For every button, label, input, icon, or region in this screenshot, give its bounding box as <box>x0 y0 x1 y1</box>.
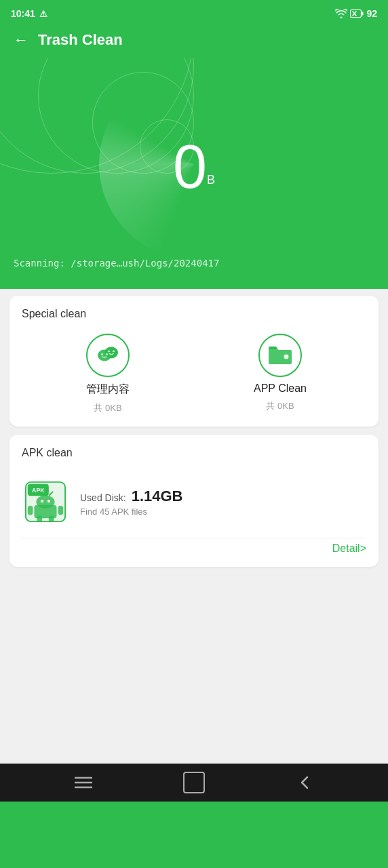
scan-size-unit: B <box>207 173 215 186</box>
app-clean-item-size: 共 0KB <box>266 400 294 412</box>
svg-point-16 <box>36 495 54 508</box>
apk-divider <box>22 538 366 538</box>
special-clean-items: 管理内容 共 0KB APP Clean 共 0KB <box>22 334 366 414</box>
bottom-nav <box>0 764 388 802</box>
status-left: 10:41 ⚠ <box>11 8 47 19</box>
svg-rect-1 <box>362 12 364 16</box>
svg-point-9 <box>106 353 108 355</box>
apk-disk-size: 1.14GB <box>132 488 183 505</box>
battery-x-icon <box>350 9 364 18</box>
radar-scan-area: 0B Scanning: /storage…ush/Logs/20240417 <box>0 58 388 289</box>
apk-info: Used Disk: 1.14GB Find 45 APK files <box>80 488 183 517</box>
special-clean-card: Special clean <box>9 296 379 427</box>
home-nav-button[interactable] <box>183 772 205 793</box>
app-header: ← Trash Clean <box>0 24 388 58</box>
svg-rect-24 <box>49 515 54 522</box>
center-display: 0B <box>173 136 215 197</box>
apk-file-icon: APK <box>22 479 69 525</box>
time-display: 10:41 <box>11 8 35 19</box>
wechat-item[interactable]: 管理内容 共 0KB <box>22 334 194 414</box>
scan-path-text: Scanning: /storage…ush/Logs/20240417 <box>0 258 388 269</box>
svg-point-6 <box>108 351 110 353</box>
detail-button[interactable]: Detail> <box>332 542 366 555</box>
apk-files-count: Find 45 APK files <box>80 507 183 517</box>
folder-icon <box>258 334 302 377</box>
back-nav-button[interactable] <box>291 769 318 796</box>
back-button[interactable]: ← <box>14 33 28 47</box>
cards-container: Special clean <box>0 289 388 764</box>
apk-disk-label: Used Disk: <box>80 492 126 503</box>
apk-clean-card: APK clean APK <box>9 435 379 567</box>
svg-point-17 <box>41 500 43 502</box>
menu-nav-button[interactable] <box>70 769 97 796</box>
apk-detail-row: Detail> <box>22 542 366 555</box>
svg-rect-23 <box>37 515 42 522</box>
svg-point-7 <box>113 351 115 353</box>
wechat-item-size: 共 0KB <box>94 402 121 414</box>
svg-point-18 <box>47 500 50 502</box>
wechat-item-name: 管理内容 <box>86 382 130 397</box>
svg-point-8 <box>101 353 103 355</box>
page-title: Trash Clean <box>38 31 123 49</box>
apk-clean-title: APK clean <box>22 447 366 459</box>
battery-level: 92 <box>366 8 377 19</box>
warning-icon: ⚠ <box>39 9 47 19</box>
status-bar: 10:41 ⚠ 92 <box>0 0 388 24</box>
app-clean-item-name: APP Clean <box>254 382 307 395</box>
svg-rect-22 <box>58 506 63 515</box>
apk-item[interactable]: APK <box>22 473 366 531</box>
svg-point-10 <box>284 355 289 359</box>
status-right: 92 <box>335 8 377 19</box>
scan-size-number: 0 <box>173 133 207 201</box>
wifi-icon <box>335 9 347 18</box>
wechat-icon <box>86 334 130 377</box>
svg-rect-21 <box>28 506 33 515</box>
apk-icon-wrap: APK <box>22 478 69 526</box>
app-clean-item[interactable]: APP Clean 共 0KB <box>194 334 366 414</box>
svg-rect-0 <box>351 10 362 18</box>
special-clean-title: Special clean <box>22 308 366 320</box>
